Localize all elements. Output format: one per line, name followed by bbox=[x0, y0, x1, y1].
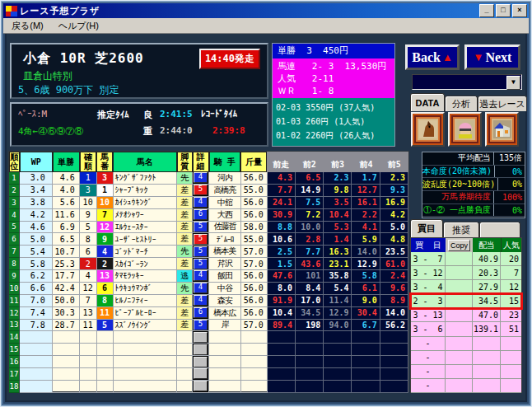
race-info-panel: 小倉 10R 芝2600 14:40発走 皿倉山特別 5、6歳 900万下 別定 bbox=[10, 43, 268, 99]
cell-weight: 56.0 bbox=[241, 209, 268, 222]
good-track-label: 良 bbox=[143, 109, 152, 121]
detail-button[interactable]: 4 bbox=[194, 270, 208, 281]
back-button[interactable]: Back ▲ bbox=[405, 44, 460, 70]
bet-row[interactable]: 3 - 740.920 bbox=[411, 252, 521, 266]
detail-button[interactable]: 6 bbox=[194, 307, 208, 318]
cell-prev-1 bbox=[268, 368, 296, 381]
cell-weight bbox=[241, 331, 268, 344]
cell-wp: 3.4 bbox=[20, 185, 53, 197]
horse-row[interactable]: 106.642.4126ﾄｳｷｮｳﾏﾝﾎﾞ先4中谷56.08.08.45.46.… bbox=[9, 283, 408, 295]
horse-row[interactable]: 75.410.764ｺﾞｯﾄﾞﾏｰﾁ先5橋本美57.02.57.716.314.… bbox=[9, 246, 408, 258]
combobox-arrow-icon[interactable]: ▼ bbox=[506, 76, 520, 90]
cell-weight: 56.0 bbox=[241, 197, 268, 209]
copy-button[interactable]: Copy bbox=[448, 240, 470, 251]
maximize-button[interactable]: □ bbox=[496, 4, 511, 17]
horse-row[interactable]: 33.85.61010ｶｲｼｭｳｷﾝｸﾞ差4中舘56.024.17.53.516… bbox=[9, 197, 408, 209]
horse-row[interactable]: 117.050.078ﾋﾙﾉﾆﾌﾃｨｰ差4森安56.091.917.011.49… bbox=[9, 295, 408, 307]
bet-row-highlighted[interactable]: 2 - 334.515 bbox=[411, 294, 521, 308]
bet-row[interactable]: 3 - 1220.37 bbox=[411, 266, 521, 280]
horse-row[interactable]: 127.430.31311ﾋﾟｰﾌﾟﾙﾋｰﾛｰ差6橋本広56.010.434.5… bbox=[9, 307, 408, 320]
close-button[interactable]: × bbox=[512, 4, 527, 17]
detail-button[interactable] bbox=[194, 368, 208, 379]
tab-analysis[interactable]: 分析 bbox=[445, 96, 478, 111]
detail-button[interactable] bbox=[194, 381, 208, 391]
cell-rank: 8 bbox=[9, 258, 20, 270]
horse-row[interactable]: 13.04.613ｷﾝｸﾞｻﾞﾌｧｸﾄ先4河内56.04.36.52.31.72… bbox=[9, 172, 408, 185]
detail-button[interactable]: 5 bbox=[194, 234, 208, 245]
bet-row[interactable]: - bbox=[411, 365, 521, 379]
cell-prev-4: 6.7 bbox=[352, 320, 380, 332]
detail-button[interactable]: 6 bbox=[194, 209, 208, 220]
detail-button[interactable]: 4 bbox=[194, 295, 208, 306]
detail-button[interactable]: 5 bbox=[194, 246, 208, 257]
horse-data-button[interactable] bbox=[411, 112, 445, 147]
next-button[interactable]: ▼ Next bbox=[464, 44, 520, 70]
jockey-data-button[interactable] bbox=[448, 112, 482, 147]
horse-row[interactable]: 44.211.697ﾒﾃｵｼｬﾜｰ差6大西56.030.97.210.42.24… bbox=[9, 209, 408, 222]
cell-ninki: 20 bbox=[501, 252, 521, 266]
cell-jockey bbox=[209, 368, 241, 381]
header-horse-name: 馬名 bbox=[113, 152, 176, 172]
tab-blank bbox=[479, 222, 520, 237]
cell-prev-1: 47.6 bbox=[268, 270, 296, 283]
stat-row: 本命度(20倍未満)0% bbox=[422, 166, 525, 179]
bet-row[interactable]: - bbox=[411, 351, 521, 365]
cell-running-style: 差 bbox=[177, 185, 193, 197]
detail-button[interactable] bbox=[194, 332, 208, 343]
menu-back[interactable]: 戻る(M) bbox=[10, 19, 45, 33]
cell-horse-number: 11 bbox=[97, 307, 114, 320]
cell-ninki: 15 bbox=[501, 294, 521, 308]
cell-weight bbox=[241, 356, 268, 368]
horse-row[interactable]: 16 bbox=[9, 356, 408, 368]
menu-help[interactable]: ヘルプ(H) bbox=[57, 19, 100, 33]
horse-row[interactable]: 137.828.7115ｽｽﾞﾉｳｲﾝｸﾞ差5岸57.089.419894.06… bbox=[9, 320, 408, 332]
horse-row[interactable]: 96.217.7413ﾀﾏﾓﾗｯｷｰ逃4飯田56.047.610135.85.8… bbox=[9, 270, 408, 283]
cell-kakujun: 8 bbox=[80, 233, 97, 246]
cell-detail: 6 bbox=[193, 209, 209, 222]
horse-row[interactable]: 18 bbox=[9, 381, 408, 393]
cell-prev-2 bbox=[296, 331, 324, 344]
cell-ninki: 12 bbox=[501, 280, 521, 294]
detail-button[interactable]: 5 bbox=[194, 259, 208, 269]
bet-row[interactable]: - bbox=[411, 379, 521, 393]
cell-jockey: 芹沢 bbox=[209, 258, 241, 270]
cell-prev-1 bbox=[268, 356, 296, 368]
cell-rank: 17 bbox=[9, 368, 20, 381]
minimize-button[interactable]: _ bbox=[479, 4, 494, 17]
detail-button[interactable] bbox=[194, 344, 208, 355]
detail-button[interactable]: 4 bbox=[194, 283, 208, 293]
race-select-combobox[interactable]: ▼ bbox=[412, 74, 522, 90]
cell-prev-5: 9.3 bbox=[380, 185, 408, 197]
horse-row[interactable]: 23.44.031ｼｬｰﾌﾟｷｯｸ差5高橋亮55.07.714.99.812.7… bbox=[9, 185, 408, 197]
cell-wp: 6.6 bbox=[20, 283, 53, 295]
cell-kakujun bbox=[80, 368, 97, 381]
detail-button[interactable]: 4 bbox=[194, 172, 208, 183]
bet-row[interactable]: - bbox=[411, 337, 521, 351]
detail-button[interactable]: 4 bbox=[194, 197, 208, 208]
horse-row[interactable]: 15 bbox=[9, 344, 408, 356]
detail-button[interactable]: 5 bbox=[194, 222, 208, 232]
bet-row[interactable]: 3 - 6139.151 bbox=[411, 322, 521, 336]
horse-row[interactable]: 54.66.9512ｴﾙｳｪｰｽﾀｰ差5佐藤哲58.08.810.05.34.1… bbox=[9, 222, 408, 234]
cell-detail: 4 bbox=[193, 197, 209, 209]
detail-button[interactable]: 5 bbox=[194, 185, 208, 195]
horse-row[interactable]: 65.06.589ﾕｰｻﾞｰﾋｽﾄﾘｰ差5ﾃﾞﾑｰﾛ55.010.62.81.4… bbox=[9, 233, 408, 246]
tab-past-races[interactable]: 過去レース bbox=[478, 96, 527, 111]
detail-button[interactable]: 5 bbox=[194, 320, 208, 330]
bet-row[interactable]: 3 - 427.912 bbox=[411, 280, 521, 294]
horse-row[interactable]: 17 bbox=[9, 368, 408, 381]
cell-wp bbox=[20, 344, 53, 356]
horse-row[interactable]: 14 bbox=[9, 331, 408, 344]
detail-button[interactable] bbox=[194, 357, 208, 367]
cell-prev-3: 23.1 bbox=[324, 258, 352, 270]
stable-data-button[interactable] bbox=[485, 112, 519, 147]
bet-row[interactable]: 3 - 1347.023 bbox=[411, 308, 521, 322]
tab-data[interactable]: DATA bbox=[410, 93, 445, 111]
cell-horse-name bbox=[114, 381, 178, 393]
cell-wp: 4.6 bbox=[20, 222, 53, 234]
tab-suisho[interactable]: 推奨 bbox=[443, 222, 479, 237]
down-triangle-icon: ▼ bbox=[474, 51, 484, 64]
record-time: 2:39:8 bbox=[212, 125, 245, 136]
horse-row[interactable]: 85.825.322ｽｶｲｺﾞｰﾗﾝ差5芹沢57.01.543.623.112.… bbox=[9, 258, 408, 270]
tab-kaime[interactable]: 買目 bbox=[410, 219, 443, 237]
